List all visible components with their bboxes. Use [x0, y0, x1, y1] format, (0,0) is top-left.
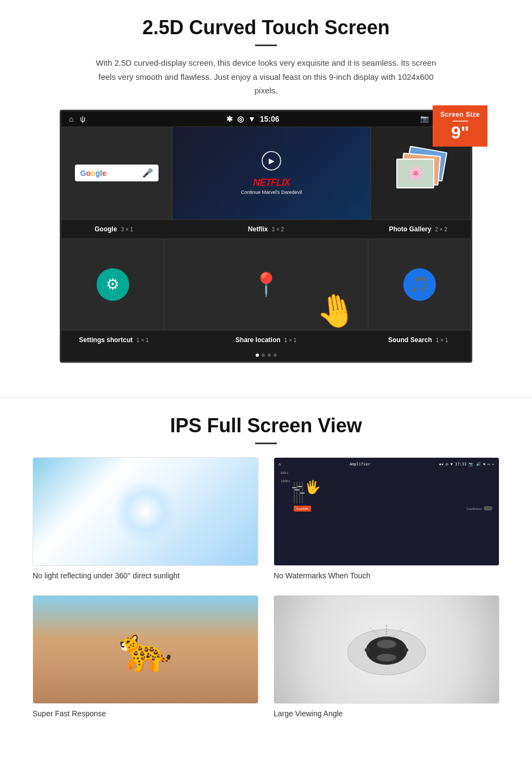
settings-app-size: 1 × 1: [136, 337, 149, 343]
svg-point-2: [377, 640, 396, 648]
dot-3: [268, 354, 271, 357]
sunlight-label: No light reflecting under 360° direct su…: [33, 571, 258, 580]
car-top-view-svg: [343, 622, 430, 677]
amplifier-label: No Watermarks When Touch: [274, 571, 499, 580]
sound-app-name: Sound Search: [388, 336, 432, 344]
usb-icon: ψ: [80, 115, 85, 123]
settings-app-name: Settings shortcut: [79, 336, 133, 344]
sunlight-image: [33, 457, 258, 566]
app-grid-top: Google 🎤 ▶ NETFLIX Continue Marvel's Dar…: [61, 127, 471, 220]
camera-icon: 📷: [420, 115, 429, 123]
amp-title: Amplifier: [350, 462, 370, 466]
cheetah-icon: 🐆: [118, 624, 173, 675]
page-dots: [61, 349, 471, 361]
cheetah-visual: 🐆: [33, 596, 258, 703]
dot-1: [256, 354, 259, 357]
label-row-bottom: Settings shortcut 1 × 1 Share location 1…: [61, 331, 471, 349]
cheetah-image: 🐆: [33, 595, 258, 704]
car-label: Large Viewing Angle: [274, 709, 499, 718]
google-app-name: Google: [94, 225, 117, 233]
maps-icon: 📍: [252, 271, 280, 298]
status-bar: ⌂ ψ ✱ ◎ ▼ 15:06 📷 🔊 ✖ ▭: [61, 111, 471, 127]
status-center: ✱ ◎ ▼ 15:06: [226, 115, 280, 123]
amp-freq-label-1: 60hz: [281, 471, 290, 475]
photo-app-name: Photo Gallery: [389, 225, 431, 233]
feature-amplifier: ⌂ Amplifier ▪▪ ◎ ▼ 17:33 📷 🔊 ✖ ▭ ← 60hz …: [274, 457, 499, 580]
settings-app-cell[interactable]: ⚙: [61, 238, 164, 331]
netflix-play-button[interactable]: ▶: [262, 151, 281, 171]
ips-title: IPS Full Screen View: [33, 414, 499, 437]
netflix-logo: NETFLIX: [253, 177, 290, 188]
feature-cheetah: 🐆 Super Fast Response: [33, 595, 258, 718]
amp-status-bar: ⌂ Amplifier ▪▪ ◎ ▼ 17:33 📷 🔊 ✖ ▭ ←: [278, 462, 495, 466]
section-curved: 2.5D Curved Touch Screen With 2.5D curve…: [0, 0, 532, 376]
signal-icon: ▼: [248, 115, 256, 123]
title-underline: [255, 45, 277, 46]
netflix-app-cell[interactable]: ▶ NETFLIX Continue Marvel's Daredevil: [172, 127, 371, 220]
amp-icons: ▪▪ ◎ ▼ 17:33 📷 🔊 ✖ ▭ ←: [439, 462, 495, 466]
svg-rect-4: [365, 648, 369, 652]
amp-custom-button[interactable]: Custom: [294, 506, 311, 512]
settings-label: Settings shortcut 1 × 1: [61, 334, 167, 346]
ips-title-underline: [255, 443, 277, 444]
bluetooth-icon: ✱: [226, 115, 233, 123]
badge-label: Screen Size: [440, 111, 480, 118]
netflix-app-size: 3 × 2: [272, 226, 284, 232]
home-icon[interactable]: ⌂: [69, 115, 73, 123]
amp-toggle[interactable]: [484, 506, 492, 510]
status-time: 15:06: [260, 115, 280, 123]
amp-slider-4[interactable]: [302, 482, 303, 503]
amplifier-visual: ⌂ Amplifier ▪▪ ◎ ▼ 17:33 📷 🔊 ✖ ▭ ← 60hz …: [274, 458, 499, 565]
amp-loudness: loudness: [466, 506, 492, 510]
location-icon: ◎: [237, 115, 244, 123]
google-search-bar[interactable]: Google 🎤: [75, 165, 159, 181]
netflix-bg: ▶ NETFLIX Continue Marvel's Daredevil: [173, 127, 370, 219]
google-logo: Google: [80, 169, 106, 178]
amp-bottom-row: Custom loudness: [294, 506, 492, 512]
amp-home-icon: ⌂: [278, 462, 281, 466]
amp-hand: 🖐: [305, 480, 321, 495]
section-ips: IPS Full Screen View No light reflecting…: [0, 398, 532, 729]
feature-sunlight: No light reflecting under 360° direct su…: [33, 457, 258, 580]
app-grid-bottom: ⚙ 📍 🤚 🎵: [61, 238, 471, 331]
svg-rect-5: [404, 648, 408, 652]
amplifier-image: ⌂ Amplifier ▪▪ ◎ ▼ 17:33 📷 🔊 ✖ ▭ ← 60hz …: [274, 457, 499, 566]
badge-divider: [453, 121, 468, 122]
curved-description: With 2.5D curved-display screen, this de…: [92, 56, 440, 98]
amp-slider-2[interactable]: [296, 482, 297, 503]
screen-mockup-wrapper: Screen Size 9" ⌂ ψ ✱ ◎ ▼ 15:06 📷 🔊: [60, 110, 472, 363]
feature-car: Large Viewing Angle: [274, 595, 499, 718]
sound-search-cell[interactable]: 🎵: [368, 238, 471, 331]
sound-app-size: 1 × 1: [436, 337, 448, 343]
photo-label: Photo Gallery 2 × 2: [366, 223, 471, 235]
settings-icon: ⚙: [97, 268, 129, 301]
amp-loudness-label: loudness: [466, 507, 482, 510]
flower-icon: 🌸: [408, 166, 423, 180]
status-left: ⌂ ψ: [69, 115, 85, 123]
netflix-label: Netflix 3 × 2: [167, 223, 366, 235]
google-app-size: 3 × 1: [121, 226, 134, 232]
label-row-top: Google 3 × 1 Netflix 3 × 2 Photo Gallery…: [61, 220, 471, 238]
curved-title: 2.5D Curved Touch Screen: [33, 16, 499, 39]
photo-layer-3: 🌸: [396, 159, 434, 188]
android-screen: ⌂ ψ ✱ ◎ ▼ 15:06 📷 🔊 ✖ ▭: [60, 110, 472, 363]
netflix-subtitle: Continue Marvel's Daredevil: [241, 190, 302, 195]
share-app-size: 1 × 1: [284, 337, 297, 343]
hand-pointer-icon: 🤚: [313, 288, 359, 331]
dot-4: [274, 354, 277, 357]
amp-slider-1[interactable]: [294, 482, 295, 503]
google-app-cell[interactable]: Google 🎤: [61, 127, 172, 220]
feature-grid: No light reflecting under 360° direct su…: [33, 457, 499, 718]
mic-icon[interactable]: 🎤: [142, 168, 153, 178]
sun-glow: [113, 479, 178, 544]
share-label: Share location 1 × 1: [167, 334, 366, 346]
dot-2: [262, 354, 265, 357]
share-location-cell[interactable]: 📍 🤚: [164, 238, 368, 331]
sunlight-visual: [33, 458, 258, 565]
netflix-app-name: Netflix: [248, 225, 268, 233]
badge-value: 9": [440, 124, 480, 141]
photo-stack: 🌸: [396, 149, 445, 198]
google-label: Google 3 × 1: [61, 223, 167, 235]
photo-app-size: 2 × 2: [435, 226, 448, 232]
sound-label: Sound Search 1 × 1: [366, 334, 471, 346]
